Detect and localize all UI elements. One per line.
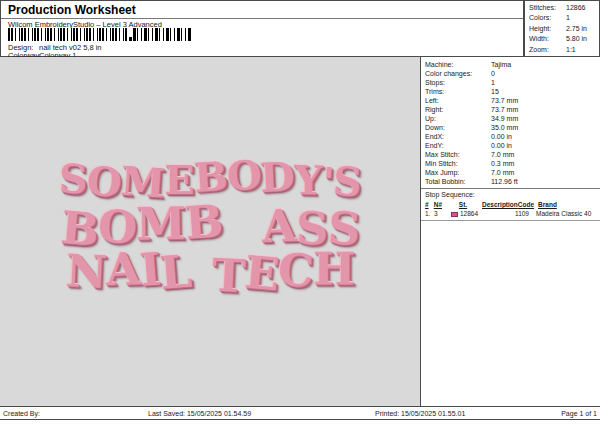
machine-info-label: Stops: (425, 78, 491, 87)
col-brand: Brand (538, 200, 598, 209)
barcode-bars (8, 28, 128, 41)
machine-info-value: 34.9 mm (491, 114, 518, 123)
machine-info-label: Left: (425, 96, 491, 105)
machine-info-row: Down: 35.0 mm (425, 123, 598, 132)
stop-number: 1. (425, 209, 434, 219)
stop-code: 1109 (515, 209, 536, 219)
machine-info-label: EndY: (425, 141, 491, 150)
stop-brand: Madeira Classic 40 (536, 209, 598, 219)
machine-info-row: EndX: 0.00 in (425, 132, 598, 141)
page-footer: Created By: Last Saved: 15/05/2025 01.54… (0, 406, 600, 420)
machine-info-label: Max Jump: (425, 168, 491, 177)
stats-label: Width: (529, 34, 566, 44)
machine-info-row: EndY: 0.00 in (425, 141, 598, 150)
stats-value: 1 (566, 13, 570, 23)
machine-info-value: 0 (491, 69, 495, 78)
machine-info-value: Tajima (491, 60, 511, 69)
stats-value: 1:1 (566, 45, 576, 55)
machine-info-row: Left: 73.7 mm (425, 96, 598, 105)
stats-row: Colors: 1 (529, 13, 599, 23)
page-title: Production Worksheet (1, 1, 523, 18)
stats-row: Zoom: 1:1 (529, 45, 599, 55)
col-needle: N# (434, 200, 459, 209)
thread-color-swatch (451, 212, 458, 217)
machine-info-value: 112.96 ft (491, 177, 518, 186)
last-saved-text: Last Saved: 15/05/2025 01.54.59 (148, 407, 251, 420)
machine-info-label: Max Stitch: (425, 150, 491, 159)
machine-info-label: Color changes: (425, 69, 491, 78)
machine-info-value: 35.0 mm (491, 123, 518, 132)
machine-info-value: 0.00 in (491, 141, 512, 150)
machine-info-row: Right: 73.7 mm (425, 105, 598, 114)
machine-info-table: Machine: Tajima Color changes: 0 Stops: … (425, 60, 598, 186)
machine-info-row: Max Stitch: 7.0 mm (425, 150, 598, 159)
machine-info-value: 0.00 in (491, 132, 512, 141)
col-stitches: St. (459, 200, 482, 209)
design-text: SOMEBODY'SBOMB ASSNAIL TECH (20, 155, 400, 296)
machine-info-label: Total Bobbin: (425, 177, 491, 186)
machine-info-panel: Machine: Tajima Color changes: 0 Stops: … (420, 57, 600, 406)
stats-row: Height: 2.75 in (529, 24, 599, 34)
stats-value: 2.75 in (566, 24, 587, 34)
stats-label: Zoom: (529, 45, 566, 55)
machine-info-row: Machine: Tajima (425, 60, 598, 69)
machine-info-row: Up: 34.9 mm (425, 114, 598, 123)
stats-label: Colors: (529, 13, 566, 23)
stats-label: Height: (529, 24, 566, 34)
design-line: NAIL TECH (20, 249, 400, 296)
machine-info-row: Trims: 15 (425, 87, 598, 96)
barcode-bars (133, 28, 191, 41)
machine-info-label: Min Stitch: (425, 159, 491, 168)
machine-info-value: 7.0 mm (491, 168, 514, 177)
created-by-label: Created By: (3, 407, 40, 420)
production-worksheet-page: Production Worksheet Wilcom EmbroiderySt… (0, 0, 600, 424)
machine-info-label: Up: (425, 114, 491, 123)
col-number: # (425, 200, 434, 209)
design-canvas: SOMEBODY'SBOMB ASSNAIL TECH (0, 57, 420, 406)
col-description: Description (482, 200, 518, 209)
machine-info-label: Trims: (425, 87, 491, 96)
machine-info-label: Right: (425, 105, 491, 114)
stats-value: 12866 (566, 3, 585, 13)
stats-box: Stitches: 12866 Colors: 1 Height: 2.75 i… (524, 0, 600, 57)
machine-info-value: 1 (491, 78, 495, 87)
machine-info-row: Min Stitch: 0.3 mm (425, 159, 598, 168)
stop-needle: 3 (434, 209, 451, 219)
stop-sequence-title: Stop Sequence: (425, 189, 598, 200)
page-number: Page 1 of 1 (561, 407, 597, 420)
barcode-separator (129, 37, 132, 41)
stats-value: 5.80 in (566, 34, 587, 44)
machine-info-row: Total Bobbin: 112.96 ft (425, 177, 598, 186)
stats-label: Stitches: (529, 3, 566, 13)
printed-text: Printed: 15/05/2025 01.55.01 (375, 407, 465, 420)
stop-sequence-header: # N# St. Description Code Brand (425, 200, 598, 209)
machine-info-row: Color changes: 0 (425, 69, 598, 78)
machine-info-value: 73.7 mm (491, 105, 518, 114)
stop-stitches: 12864 (460, 209, 484, 219)
machine-info-value: 0.3 mm (491, 159, 514, 168)
machine-info-row: Max Jump: 7.0 mm (425, 168, 598, 177)
header-box: Production Worksheet Wilcom EmbroiderySt… (0, 0, 524, 57)
machine-info-label: Down: (425, 123, 491, 132)
machine-info-label: Machine: (425, 60, 491, 69)
barcode (8, 28, 191, 41)
machine-info-value: 73.7 mm (491, 96, 518, 105)
stats-row: Stitches: 12866 (529, 3, 599, 13)
stop-sequence-row: 1. 3 12864 1109 Madeira Classic 40 (421, 209, 600, 221)
machine-info-value: 15 (491, 87, 499, 96)
stats-row: Width: 5.80 in (529, 34, 599, 44)
machine-info-value: 7.0 mm (491, 150, 514, 159)
col-code: Code (518, 200, 538, 209)
machine-info-label: EndX: (425, 132, 491, 141)
machine-info-row: Stops: 1 (425, 78, 598, 87)
